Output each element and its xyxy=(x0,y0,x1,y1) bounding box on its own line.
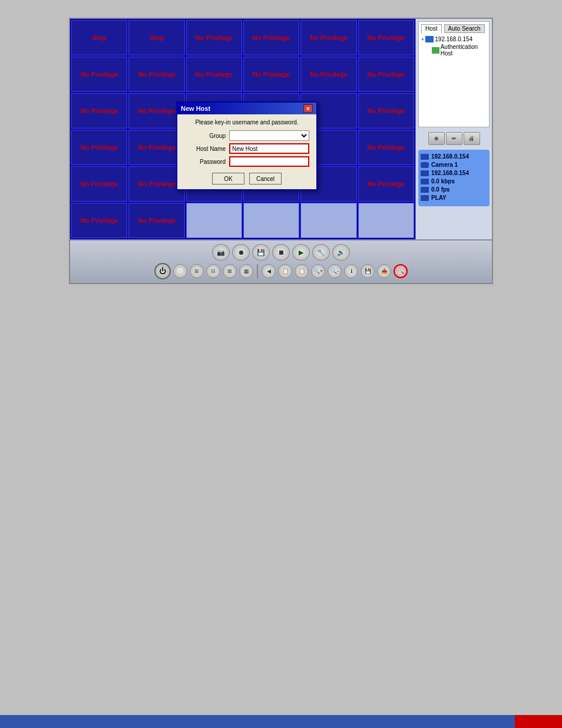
host-tab[interactable]: Host xyxy=(421,24,442,33)
camera-cell-r0c5[interactable]: No Privilege xyxy=(358,20,414,55)
record-btn[interactable]: ⏺ xyxy=(232,244,250,261)
toolbar-divider-1 xyxy=(257,264,258,278)
info-panel: 192.168.0.154 Camera 1 192.168.0.154 0.0… xyxy=(418,150,490,206)
dialog-message: Please key-in username and password. xyxy=(184,119,309,126)
host-tree: + 192.168.0.154 Authentication Host xyxy=(421,35,487,57)
info-row-bitrate: 0.0 kbps xyxy=(421,178,487,185)
grid2-btn[interactable]: ⊞ xyxy=(190,264,204,278)
camera-cell-r1c2[interactable]: No Privilege xyxy=(186,57,242,92)
info-monitor-icon xyxy=(421,154,429,160)
stop-btn[interactable]: ⏹ xyxy=(272,244,290,261)
camera-cell-r5c5[interactable] xyxy=(358,203,414,238)
camera-cell-r0c0[interactable]: Stop xyxy=(71,20,127,55)
info-row-ip: 192.168.0.154 xyxy=(421,153,487,160)
new-host-dialog[interactable]: New Host × Please key-in username and pa… xyxy=(176,101,318,190)
camera-cell-r2c0[interactable]: No Privilege xyxy=(71,93,127,129)
camera-cell-r0c3[interactable]: No Privilege xyxy=(243,20,299,55)
dialog-title: New Host xyxy=(181,105,210,112)
search2-btn[interactable]: 🔍 xyxy=(394,264,408,278)
right-panel-buttons: ⊕ ✏ 🖨 xyxy=(416,130,492,147)
camera-cell-r5c1[interactable]: No Privilege xyxy=(128,203,184,238)
camera-cell-r4c0[interactable]: No Privilege xyxy=(71,166,127,202)
ok-btn[interactable]: OK xyxy=(212,173,244,185)
camera-cell-r0c4[interactable]: No Privilege xyxy=(300,20,356,55)
dialog-close-btn[interactable]: × xyxy=(303,104,313,113)
cam-btn-1[interactable]: 📋 xyxy=(278,264,292,278)
info-row-camera: Camera 1 xyxy=(421,162,487,168)
host-panel-header: Host Auto Search xyxy=(421,24,487,33)
panel-btn-2[interactable]: ✏ xyxy=(446,132,462,145)
zoom-in-btn[interactable]: 🔍+ xyxy=(311,264,325,278)
info-fps-value: 0.0 fps xyxy=(431,186,450,193)
camera-cell-r0c2[interactable]: No Privilege xyxy=(186,20,242,55)
panel-btn-1[interactable]: ⊕ xyxy=(428,132,445,145)
panel-btn-2-icon: ✏ xyxy=(452,136,457,141)
save2-btn[interactable]: 💾 xyxy=(361,264,375,278)
grid3-btn[interactable]: ⊟ xyxy=(206,264,220,278)
camera-cell-r5c0[interactable]: No Privilege xyxy=(71,203,127,238)
toolbar-row-2: ⏻ ⬜ ⊞ ⊟ ⊠ ▦ ◀ 📋 📋 🔍+ 🔍- ℹ 💾 📤 🔍 xyxy=(76,263,486,279)
camera-cell-r5c4[interactable] xyxy=(300,203,356,238)
camera-cell-r1c0[interactable]: No Privilege xyxy=(71,57,127,92)
right-panel: Host Auto Search + 192.168.0.154 Authent… xyxy=(415,19,492,239)
save-btn[interactable]: 💾 xyxy=(252,244,270,261)
info-ip-value: 192.168.0.154 xyxy=(431,153,469,160)
grid4-btn[interactable]: ⊠ xyxy=(223,264,237,278)
dialog-body: Please key-in username and password. Gro… xyxy=(177,114,316,189)
panel-btn-3[interactable]: 🖨 xyxy=(464,132,480,145)
zoom-out-btn[interactable]: 🔍- xyxy=(328,264,342,278)
tree-auth-label: Authentication Host xyxy=(441,44,487,57)
info-fps-icon xyxy=(421,187,429,193)
group-label: Group xyxy=(184,133,226,139)
play-btn[interactable]: ▶ xyxy=(292,244,310,261)
info-row-status: PLAY xyxy=(421,195,487,201)
info-btn[interactable]: ℹ xyxy=(344,264,358,278)
camera-cell-r3c5[interactable]: No Privilege xyxy=(358,130,414,165)
password-input[interactable] xyxy=(229,156,309,167)
toolbar-row-1: 📷 ⏺ 💾 ⏹ ▶ 🔧 🔊 xyxy=(76,244,486,261)
status-bar-right xyxy=(515,715,562,728)
tree-ip-label: 192.168.0.154 xyxy=(435,36,472,42)
screenshot-btn[interactable]: 📷 xyxy=(212,244,230,261)
prev-btn[interactable]: ◀ xyxy=(262,264,276,278)
auto-search-tab[interactable]: Auto Search xyxy=(444,24,485,33)
tree-auth-item[interactable]: Authentication Host xyxy=(421,43,487,57)
group-select[interactable] xyxy=(229,130,309,141)
camera-cell-r1c4[interactable]: No Privilege xyxy=(300,57,356,92)
grid5-btn[interactable]: ▦ xyxy=(239,264,253,278)
export-btn[interactable]: 📤 xyxy=(377,264,391,278)
camera-cell-r0c1[interactable]: Stop xyxy=(128,20,184,55)
camera-cell-r1c1[interactable]: No Privilege xyxy=(128,57,184,92)
camera-cell-r2c5[interactable]: No Privilege xyxy=(358,93,414,129)
dialog-form: Group Host Name Password xyxy=(184,130,309,167)
info-host-icon xyxy=(421,170,429,176)
cam-btn-2[interactable]: 📋 xyxy=(295,264,309,278)
dialog-buttons: OK Cancel xyxy=(184,173,309,185)
info-host-value: 192.168.0.154 xyxy=(431,170,469,176)
tree-expand-icon: + xyxy=(421,37,424,42)
auth-icon xyxy=(432,47,439,54)
camera-cell-r1c3[interactable]: No Privilege xyxy=(243,57,299,92)
info-bitrate-value: 0.0 kbps xyxy=(431,178,455,185)
grid1-btn[interactable]: ⬜ xyxy=(173,264,187,278)
audio-btn[interactable]: 🔊 xyxy=(332,244,350,261)
toolbar: 📷 ⏺ 💾 ⏹ ▶ 🔧 🔊 ⏻ ⬜ ⊞ ⊟ ⊠ ▦ ◀ 📋 📋 🔍+ 🔍- ℹ … xyxy=(70,239,492,283)
camera-cell-r4c5[interactable]: No Privilege xyxy=(358,166,414,202)
tree-root-item[interactable]: + 192.168.0.154 xyxy=(421,35,487,43)
camera-cell-r5c3[interactable] xyxy=(243,203,299,238)
computer-icon xyxy=(425,36,434,42)
camera-cell-r3c0[interactable]: No Privilege xyxy=(71,130,127,165)
hostname-input[interactable] xyxy=(229,143,309,154)
power-btn[interactable]: ⏻ xyxy=(154,263,171,279)
panel-btn-3-icon: 🖨 xyxy=(469,136,474,141)
settings-btn[interactable]: 🔧 xyxy=(312,244,330,261)
password-label: Password xyxy=(184,159,226,165)
info-camera-value: Camera 1 xyxy=(431,162,458,168)
info-row-fps: 0.0 fps xyxy=(421,186,487,193)
camera-cell-r1c5[interactable]: No Privilege xyxy=(358,57,414,92)
camera-cell-r5c2[interactable] xyxy=(186,203,242,238)
cancel-btn[interactable]: Cancel xyxy=(249,173,282,185)
dialog-titlebar: New Host × xyxy=(177,103,316,114)
host-panel: Host Auto Search + 192.168.0.154 Authent… xyxy=(418,21,490,127)
info-status-value: PLAY xyxy=(431,195,447,201)
